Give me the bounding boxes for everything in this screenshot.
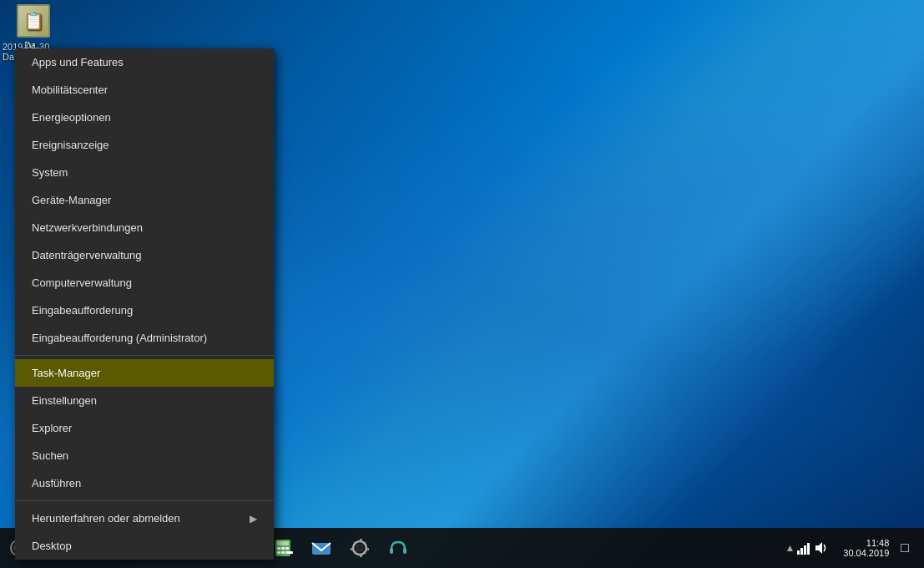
- action-center-icon[interactable]: □: [896, 540, 914, 555]
- desktop: 📋 Da... 2019-04-30 Da Apps und FeaturesM…: [0, 0, 924, 568]
- menu-item-energieoptionen[interactable]: Energieoptionen: [15, 104, 274, 131]
- svg-rect-35: [390, 548, 393, 554]
- svg-rect-26: [281, 547, 285, 550]
- menu-item-label-computerverwaltung: Computerverwaltung: [32, 276, 132, 289]
- svg-rect-36: [403, 548, 406, 554]
- headset-icon: [386, 536, 410, 560]
- menu-item-herunterfahren[interactable]: Herunterfahren oder abmelden▶: [15, 505, 274, 532]
- calculator-icon: [271, 536, 295, 560]
- menu-item-apps-features[interactable]: Apps und Features: [15, 48, 274, 76]
- menu-item-label-task-manager: Task-Manager: [32, 367, 100, 379]
- svg-rect-25: [277, 547, 280, 550]
- menu-item-suchen[interactable]: Suchen: [15, 442, 274, 469]
- menu-item-system[interactable]: System: [15, 159, 274, 186]
- menu-item-label-datenverwaltung: Datenträgerverwaltung: [32, 249, 142, 261]
- menu-item-label-eingabeaufforderung: Eingabeaufforderung: [32, 304, 133, 317]
- menu-item-label-eingabeaufforderung-admin: Eingabeaufforderung (Administrator): [32, 332, 207, 344]
- settings-icon: [348, 536, 371, 560]
- taskbar-headset[interactable]: [379, 528, 417, 568]
- taskbar-clock[interactable]: 11:48 30.04.2019: [836, 538, 896, 558]
- menu-item-eingabeaufforderung[interactable]: Eingabeaufforderung: [15, 297, 274, 324]
- separator-separator2: [15, 500, 274, 501]
- svg-rect-28: [277, 551, 280, 554]
- network-icon: [796, 540, 811, 555]
- menu-item-arrow-herunterfahren: ▶: [250, 513, 257, 525]
- menu-item-label-einstellungen: Einstellungen: [32, 394, 97, 407]
- context-menu: Apps und FeaturesMobilitätscenterEnergie…: [15, 48, 274, 560]
- svg-rect-38: [800, 548, 803, 555]
- svg-marker-41: [815, 542, 822, 554]
- menu-item-label-mobilitaetscenter: Mobilitätscenter: [32, 84, 108, 96]
- menu-item-mobilitaetscenter[interactable]: Mobilitätscenter: [15, 76, 274, 104]
- menu-item-label-system: System: [32, 166, 68, 179]
- svg-point-34: [356, 545, 363, 551]
- menu-item-label-herunterfahren: Herunterfahren oder abmelden: [32, 512, 180, 525]
- systray: ▲: [785, 540, 828, 555]
- menu-item-ereignisanzeige[interactable]: Ereignisanzeige: [15, 131, 274, 159]
- notepad-icon: 📋: [17, 4, 50, 38]
- menu-item-explorer[interactable]: Explorer: [15, 414, 274, 442]
- svg-rect-29: [281, 551, 285, 554]
- svg-rect-37: [797, 550, 800, 555]
- svg-rect-30: [285, 551, 293, 554]
- menu-item-label-ereignisanzeige: Ereignisanzeige: [32, 139, 109, 151]
- separator-separator1: [15, 355, 274, 356]
- menu-item-eingabeaufforderung-admin[interactable]: Eingabeaufforderung (Administrator): [15, 324, 274, 352]
- taskbar-settings[interactable]: [341, 528, 379, 568]
- menu-item-ausfuehren[interactable]: Ausführen: [15, 469, 274, 497]
- taskbar-right: ▲ 11:48 30.04.2019 □: [785, 538, 921, 558]
- menu-item-geraete-manager[interactable]: Geräte-Manager: [15, 186, 274, 214]
- menu-item-label-suchen: Suchen: [32, 449, 68, 462]
- systray-up-icon[interactable]: ▲: [785, 542, 795, 554]
- svg-rect-27: [285, 547, 289, 550]
- clock-date: 30.04.2019: [843, 548, 889, 558]
- volume-icon: [813, 540, 828, 555]
- menu-item-label-desktop: Desktop: [32, 540, 72, 552]
- mail-icon: [310, 536, 333, 560]
- menu-item-label-explorer: Explorer: [32, 422, 72, 434]
- menu-item-desktop[interactable]: Desktop: [15, 532, 274, 560]
- taskbar-mail[interactable]: [302, 528, 341, 568]
- svg-rect-24: [277, 541, 289, 545]
- menu-item-label-geraete-manager: Geräte-Manager: [32, 194, 111, 206]
- menu-item-label-energieoptionen: Energieoptionen: [32, 111, 111, 124]
- menu-item-datenverwaltung[interactable]: Datenträgerverwaltung: [15, 241, 274, 269]
- svg-rect-39: [804, 545, 806, 555]
- menu-item-label-netzwerkverbindungen: Netzwerkverbindungen: [32, 221, 143, 234]
- menu-item-label-ausfuehren: Ausführen: [32, 477, 81, 489]
- menu-item-einstellungen[interactable]: Einstellungen: [15, 387, 274, 414]
- menu-item-task-manager[interactable]: Task-Manager: [15, 359, 274, 387]
- menu-item-netzwerkverbindungen[interactable]: Netzwerkverbindungen: [15, 214, 274, 241]
- menu-item-label-apps-features: Apps und Features: [32, 56, 124, 68]
- svg-rect-40: [807, 543, 810, 555]
- menu-item-computerverwaltung[interactable]: Computerverwaltung: [15, 269, 274, 297]
- clock-time: 11:48: [866, 538, 890, 548]
